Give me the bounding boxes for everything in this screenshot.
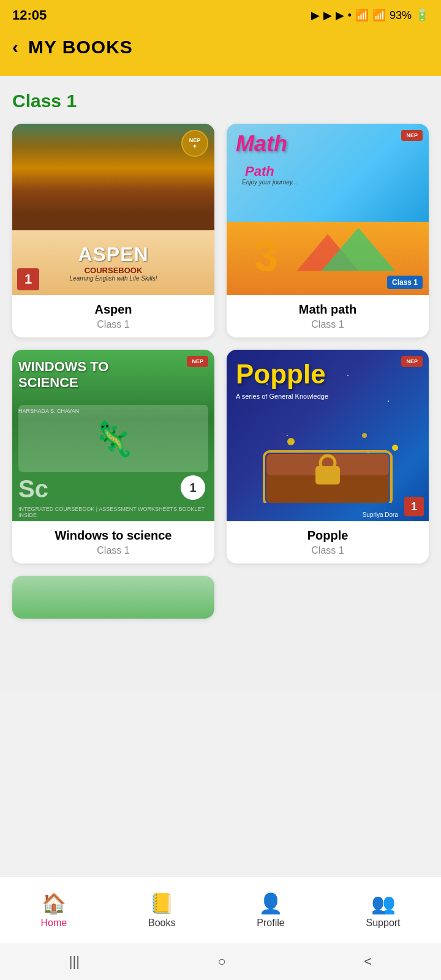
aspen-class: Class 1 [20, 319, 207, 330]
popple-info: Popple Class 1 [227, 521, 429, 564]
home-icon: 🏠 [42, 892, 66, 915]
battery-indicator: 93% [390, 9, 412, 22]
popple-title-cover: Popple [236, 359, 326, 390]
svg-point-9 [362, 433, 367, 438]
nav-item-support[interactable]: 👥 Support [354, 887, 413, 933]
popple-subtitle: A series of General Knowledge [236, 393, 328, 400]
popple-class-num: 1 [404, 497, 424, 516]
math-class: Class 1 [234, 319, 421, 330]
aspen-class-num: 1 [17, 268, 39, 290]
book-cover-aspen: NEP✦ ASPEN COURSEBOOK Learning English w… [12, 124, 214, 295]
svg-point-10 [392, 445, 398, 451]
popple-author: Supriya Dora [363, 511, 398, 518]
battery-icon: 🔋 [415, 9, 429, 22]
book-card-science[interactable]: NEP WINDOWS TOSCIENCE HARSHADA S. CHAVAN… [12, 350, 214, 564]
popple-title: Popple [234, 529, 421, 543]
book-card-popple[interactable]: NEP Popple A series of General Knowledge [227, 350, 429, 564]
status-icons: ▶ ▶ ▶ • 📶 📶 93% 🔋 [311, 9, 429, 22]
book-card-math-path[interactable]: NEP Math Path Enjoy your journey... 3 Cl… [227, 124, 429, 337]
science-sc-label: Sc [18, 475, 48, 503]
android-navigation: ||| ○ < [0, 943, 441, 980]
books-label: Books [148, 918, 175, 929]
aspen-bottom: ASPEN COURSEBOOK Learning English with L… [12, 230, 214, 295]
profile-icon: 👤 [258, 892, 283, 915]
math-title: Math path [234, 303, 421, 317]
partial-book-card[interactable] [12, 576, 214, 619]
math-info: Math path Class 1 [227, 295, 429, 337]
aspen-title-cover: ASPEN [78, 243, 148, 266]
books-icon: 📒 [149, 892, 174, 915]
science-title-cover: WINDOWS TOSCIENCE [18, 359, 108, 391]
science-num: 1 [181, 475, 205, 500]
youtube-icon: ▶ [311, 9, 320, 22]
aspen-title: Aspen [20, 303, 207, 317]
nep-badge-math: NEP [401, 130, 423, 141]
android-menu-btn[interactable]: ||| [69, 954, 80, 970]
android-home-btn[interactable]: ○ [218, 954, 226, 970]
svg-text:3: 3 [254, 232, 278, 280]
youtube-icon3: ▶ [336, 9, 344, 22]
svg-point-8 [287, 438, 295, 445]
aspen-info: Aspen Class 1 [12, 295, 214, 337]
status-time: 12:05 [12, 7, 47, 23]
popple-svg [239, 417, 417, 503]
partial-row [12, 576, 429, 619]
book-cover-popple: NEP Popple A series of General Knowledge [227, 350, 429, 521]
home-label: Home [40, 918, 67, 929]
lizard-emoji: 🦎 [92, 419, 135, 459]
wifi-icon: 📶 [355, 9, 369, 22]
math-title-cover: Math [236, 133, 287, 155]
status-bar: 12:05 ▶ ▶ ▶ • 📶 📶 93% 🔋 [0, 0, 441, 31]
lizard-container: 🦎 [18, 405, 208, 472]
aspen-subtitle: COURSEBOOK [85, 266, 143, 275]
nep-badge-science: NEP [187, 356, 208, 367]
book-cover-math: NEP Math Path Enjoy your journey... 3 Cl… [227, 124, 429, 295]
android-back-btn[interactable]: < [364, 954, 372, 970]
dot-indicator: • [348, 9, 352, 22]
aspen-description: Learning English with Life Skills! [70, 275, 157, 282]
nav-item-books[interactable]: 📒 Books [136, 887, 187, 933]
science-footer: INTEGRATED COURSEBOOK | ASSESSMENT WORKS… [18, 506, 214, 518]
support-icon: 👥 [371, 892, 396, 915]
app-header: ‹ MY BOOKS [0, 31, 441, 76]
support-label: Support [366, 918, 401, 929]
math-sub: Enjoy your journey... [242, 179, 297, 186]
nav-item-home[interactable]: 🏠 Home [28, 887, 79, 933]
bottom-navigation: 🏠 Home 📒 Books 👤 Profile 👥 Support [0, 876, 441, 943]
book-grid: NEP✦ ASPEN COURSEBOOK Learning English w… [12, 124, 429, 564]
math-path-word: Path [245, 164, 274, 179]
book-card-aspen[interactable]: NEP✦ ASPEN COURSEBOOK Learning English w… [12, 124, 214, 337]
page-title: MY BOOKS [28, 37, 133, 58]
popple-scene [239, 417, 417, 503]
nep-badge-popple: NEP [401, 356, 423, 367]
book-cover-science: NEP WINDOWS TOSCIENCE HARSHADA S. CHAVAN… [12, 350, 214, 521]
nep-badge-aspen: NEP✦ [181, 130, 208, 157]
nav-item-profile[interactable]: 👤 Profile [244, 887, 296, 933]
popple-class: Class 1 [234, 545, 421, 556]
profile-label: Profile [257, 918, 284, 929]
partial-placeholder [227, 576, 429, 619]
science-info: Windows to science Class 1 [12, 521, 214, 564]
back-button[interactable]: ‹ [12, 37, 18, 58]
science-class: Class 1 [20, 545, 207, 556]
youtube-icon2: ▶ [323, 9, 332, 22]
math-class-badge: Class 1 [387, 276, 423, 289]
section-title: Class 1 [12, 91, 429, 111]
science-title: Windows to science [20, 529, 207, 543]
content-area: Class 1 NEP✦ ASPEN COURSEBOOK Learning E… [0, 76, 441, 692]
partial-book-cover [12, 576, 214, 619]
signal-icon: 📶 [372, 9, 386, 22]
